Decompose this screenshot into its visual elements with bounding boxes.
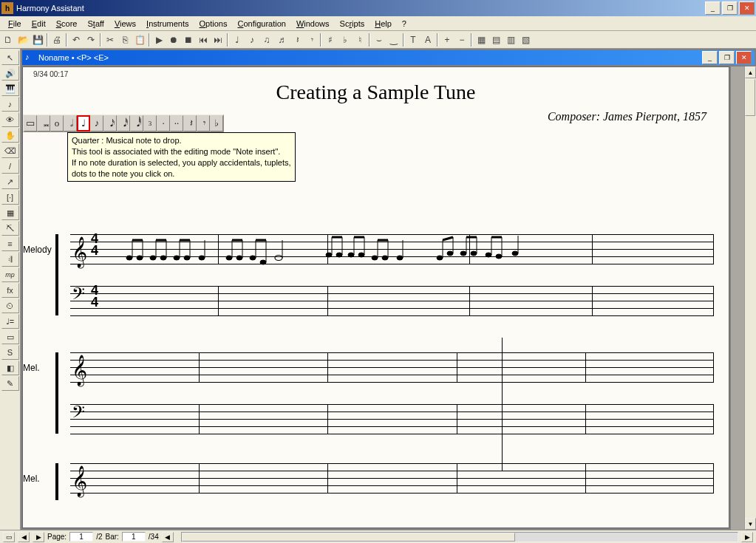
accidental-flat-icon[interactable]: ♭ (210, 115, 223, 132)
note-tool2-icon[interactable]: ♪ (245, 33, 259, 47)
dynamics-tool-icon[interactable]: mp (1, 267, 19, 282)
close-button[interactable]: ✕ (739, 1, 755, 15)
text-icon[interactable]: T (406, 33, 420, 47)
new-icon[interactable]: 🗋 (1, 33, 16, 47)
natural-icon[interactable]: ♮ (353, 33, 367, 47)
menu-score[interactable]: Score (51, 18, 83, 30)
slur-icon[interactable]: ‿ (386, 33, 401, 47)
vertical-scrollbar[interactable]: ▲ ▼ (744, 66, 756, 530)
tie-icon[interactable]: ⌣ (372, 33, 386, 47)
line-tool-icon[interactable]: / (1, 159, 19, 174)
page-current-input[interactable]: 1 (69, 532, 93, 542)
print-icon[interactable]: 🖨 (50, 33, 64, 47)
sb-next-icon[interactable]: ▶ (33, 532, 44, 542)
rest-tool-icon[interactable]: 𝄽 (289, 33, 304, 47)
stop-icon[interactable]: ⏹ (181, 33, 196, 47)
note-eighth-icon[interactable]: ♪ (90, 115, 103, 132)
layout4-icon[interactable]: ▧ (518, 33, 533, 47)
tuning-tool-icon[interactable]: ⛏ (1, 221, 19, 236)
note-double-whole-icon[interactable]: 𝅜 (37, 115, 50, 132)
arrow-tool-icon[interactable]: ↗ (1, 174, 19, 189)
bass-staff-1[interactable]: 𝄢 44 (70, 286, 714, 315)
fx-tool-icon[interactable]: fx (1, 283, 19, 298)
hscroll-thumb[interactable] (182, 533, 515, 542)
rest-tool2-icon[interactable]: 𝄾 (304, 33, 319, 47)
note-longa-icon[interactable]: ▭ (24, 115, 37, 132)
bar-current-input[interactable]: 1 (122, 532, 146, 542)
forward-icon[interactable]: ⏭ (211, 33, 225, 47)
menu-options[interactable]: Options (194, 18, 233, 30)
treble-staff-2[interactable]: 𝄞 (70, 352, 714, 382)
repeat-tool-icon[interactable]: 𝄇 (1, 252, 19, 267)
tempo-tool-icon[interactable]: ♩= (1, 314, 19, 329)
flat-icon[interactable]: ♭ (338, 33, 353, 47)
sharp-icon[interactable]: ♯ (323, 33, 338, 47)
menu-scripts[interactable]: Scripts (335, 18, 370, 30)
double-dot-icon[interactable]: ·· (170, 115, 183, 132)
note-half-icon[interactable]: 𝅗𝅥 (64, 115, 77, 132)
menu-windows[interactable]: Windows (291, 18, 335, 30)
scroll-down-icon[interactable]: ▼ (745, 518, 756, 530)
menu-staff[interactable]: Staff (82, 18, 109, 30)
treble-staff-1[interactable]: 𝄞 44 (70, 234, 714, 264)
staves-tool-icon[interactable]: ≡ (1, 236, 19, 251)
color-tool-icon[interactable]: ◧ (1, 361, 19, 375)
note-whole-icon[interactable]: o (50, 115, 64, 132)
piano-tool-icon[interactable]: 🎹 (1, 81, 19, 96)
note-insert-tool-icon[interactable]: ♪ (1, 97, 19, 112)
note-sixtyfourth-icon[interactable]: 𝅘𝅥𝅱 (130, 115, 143, 132)
rest-quarter-icon[interactable]: 𝄽 (183, 115, 197, 132)
sb-hscroll-right-icon[interactable]: ▶ (741, 532, 753, 542)
note-tool3-icon[interactable]: ♫ (259, 33, 274, 47)
paste-icon[interactable]: 📋 (132, 33, 147, 47)
doc-maximize-button[interactable]: ❐ (719, 51, 735, 64)
sb-prev-icon[interactable]: ◀ (18, 532, 30, 542)
score-page[interactable]: 9/34 00:17 Creating a Sample Tune Compos… (22, 66, 729, 528)
maximize-button[interactable]: ❐ (722, 1, 738, 15)
note-thirtysecond-icon[interactable]: 𝅘𝅥𝅰 (117, 115, 130, 132)
play-icon[interactable]: ▶ (151, 33, 166, 47)
bracket-tool-icon[interactable]: [·] (1, 190, 19, 205)
s-tool-icon[interactable]: S (1, 345, 19, 360)
zoom-out-icon[interactable]: − (454, 33, 469, 47)
bass-staff-2[interactable]: 𝄢 (70, 404, 714, 434)
menu-file[interactable]: File (3, 18, 27, 30)
scroll-thumb[interactable] (745, 79, 755, 116)
menu-configuration[interactable]: Configuration (232, 18, 290, 30)
tuplet-icon[interactable]: 3 (143, 115, 157, 132)
scroll-up-icon[interactable]: ▲ (745, 66, 756, 78)
horizontal-scrollbar[interactable] (181, 532, 738, 542)
dot-icon[interactable]: · (157, 115, 170, 132)
doc-close-button[interactable]: ✕ (736, 51, 752, 64)
zoom-in-icon[interactable]: + (440, 33, 454, 47)
copy-icon[interactable]: ⎘ (118, 33, 132, 47)
layout2-icon[interactable]: ▤ (488, 33, 503, 47)
cursor-tool-icon[interactable]: ↖ (1, 50, 19, 65)
treble-staff-3[interactable]: 𝄞 (70, 463, 714, 493)
grid-tool-icon[interactable]: ▦ (1, 205, 19, 220)
eye-tool-icon[interactable]: 👁 (1, 112, 19, 127)
layout1-icon[interactable]: ▦ (474, 33, 488, 47)
speaker-tool-icon[interactable]: 🔊 (1, 66, 19, 81)
pencil-tool-icon[interactable]: ✎ (1, 376, 19, 391)
save-icon[interactable]: 💾 (30, 33, 45, 47)
menu-help[interactable]: Help (370, 18, 397, 30)
eraser-tool-icon[interactable]: ⌫ (1, 143, 19, 158)
lyrics-icon[interactable]: A (420, 33, 435, 47)
redo-icon[interactable]: ↷ (84, 33, 98, 47)
menu-views[interactable]: Views (109, 18, 141, 30)
layout3-icon[interactable]: ▥ (503, 33, 518, 47)
menu-edit[interactable]: Edit (27, 18, 51, 30)
note-quarter-icon[interactable]: ♩ (77, 115, 90, 132)
box-tool-icon[interactable]: ▭ (1, 329, 19, 344)
cut-icon[interactable]: ✂ (103, 33, 118, 47)
sb-hscroll-left-icon[interactable]: ◀ (162, 532, 174, 542)
doc-minimize-button[interactable]: _ (702, 51, 718, 64)
note-tool-icon[interactable]: ♩ (230, 33, 245, 47)
metronome-tool-icon[interactable]: ⏲ (1, 298, 19, 313)
sb-tool1-icon[interactable]: ▭ (3, 532, 15, 542)
menu-about[interactable]: ? (397, 18, 412, 30)
note-sixteenth-icon[interactable]: 𝅘𝅥𝅯 (103, 115, 117, 132)
minimize-button[interactable]: _ (705, 1, 721, 15)
menu-instruments[interactable]: Instruments (141, 18, 194, 30)
